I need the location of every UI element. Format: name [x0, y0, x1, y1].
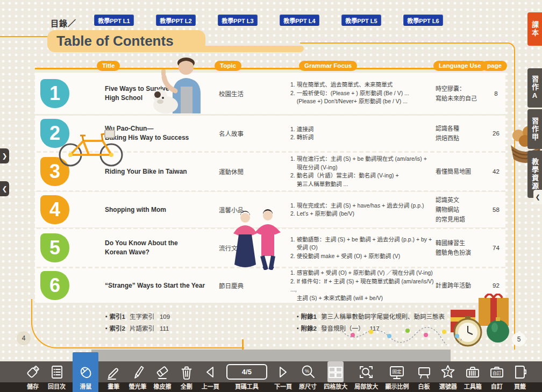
- toolbar-page-number-tool[interactable]: 4/5 頁碼工具: [226, 361, 267, 392]
- quad-zoom-icon: [327, 361, 344, 382]
- whiteboard-icon: [416, 361, 432, 382]
- lesson-title: Do You Know About the Korean Wave?: [105, 239, 212, 257]
- col-header-grammar: Grammar Focus: [299, 61, 357, 71]
- lesson-number-badge: 1: [40, 79, 69, 108]
- svg-text:%: %: [305, 368, 309, 373]
- toolbar-back-to-toc-button[interactable]: 回目次: [48, 361, 66, 392]
- lesson-title: Riding Your Bike in Taiwan: [105, 167, 212, 176]
- next-page-icon: [275, 361, 291, 382]
- photo-student-and-dog: [148, 53, 223, 113]
- card-outline-topleft: [0, 36, 48, 37]
- display-ratio-icon: 固定: [389, 361, 405, 382]
- page-indicator[interactable]: 4/5: [226, 364, 267, 380]
- toolbar-eraser-button[interactable]: 橡皮擦: [154, 361, 172, 392]
- flip-prev-button[interactable]: ❮: [0, 181, 9, 196]
- toc-label: 目錄／: [51, 17, 76, 28]
- toolbox-icon: [465, 361, 481, 382]
- lesson-grammar: 1. 被動語態：主詞 (S) + be 動詞 + 過去分詞 (p.p.) + b…: [290, 236, 436, 261]
- toolbar-whiteboard-button[interactable]: 白板: [416, 361, 432, 392]
- pen-icon: [105, 361, 122, 382]
- toolbar-toolbox-button[interactable]: 工具箱: [464, 361, 482, 392]
- toolbar-prev-page-button[interactable]: 上一頁: [202, 361, 219, 392]
- ppt-button-l5[interactable]: 教學PPT L5: [341, 15, 381, 26]
- page-number-box: 4/5: [226, 361, 267, 382]
- ppt-button-l6[interactable]: 教學PPT L6: [403, 15, 443, 26]
- lesson-title: Shopping with Mom: [105, 205, 212, 215]
- index-item-2: ・索引2片語索引111: [103, 323, 170, 334]
- lesson-language-use: 韓國練習生 體驗角色扮演: [436, 238, 487, 258]
- toolbar-highlighter-button[interactable]: 螢光筆: [129, 361, 146, 392]
- toc-banner-tail: [194, 46, 304, 52]
- toolbar: 儲存 回目次 滑鼠: [0, 361, 542, 392]
- zoom-original-icon: %: [300, 361, 316, 382]
- svg-text:7: 7: [446, 369, 450, 375]
- side-tab-workbook-jia[interactable]: 習作甲: [527, 109, 542, 149]
- toolbar-pen-button[interactable]: 畫筆: [105, 361, 122, 392]
- flip-next-button[interactable]: ❯: [0, 148, 9, 163]
- page-shadow-bar: [91, 350, 451, 362]
- string-lights-doodle: [338, 319, 464, 345]
- toc-title-banner: Table of Contents: [47, 30, 205, 52]
- lesson-number-badge: 5: [40, 233, 69, 262]
- col-header-page: page: [482, 61, 507, 71]
- lesson-grammar: 1. 現在簡單式、過去簡單式、未來簡單式 2. 一般祈使句：(Please + …: [290, 81, 436, 106]
- toolbar-page-tab-button[interactable]: 頁籤: [512, 361, 528, 392]
- toc-icon: [49, 361, 65, 382]
- photo-orange-bicycle: [55, 123, 128, 168]
- lesson-topic: 節日慶典: [212, 281, 266, 290]
- toolbar-save-button[interactable]: 儲存: [25, 361, 41, 392]
- col-header-title: Title: [97, 61, 120, 71]
- highlighter-icon: [130, 361, 146, 382]
- toolbar-display-ratio-button[interactable]: 固定 顯示比例: [385, 361, 409, 392]
- save-icon: [25, 361, 41, 382]
- ppt-button-l3[interactable]: 教學PPT L3: [218, 15, 258, 26]
- svg-text:固定: 固定: [393, 368, 402, 374]
- toolbar-area-zoom-button[interactable]: 局部放大: [354, 361, 378, 392]
- ppt-button-l2[interactable]: 教學PPT L2: [156, 15, 196, 26]
- lesson-grammar: 1. 現在完成式：主詞 (S) + have/has + 過去分詞 (p.p.)…: [290, 202, 436, 218]
- lesson-page: 92: [487, 282, 505, 289]
- lesson-language-use: 時空膠囊： 寫給未來的自己: [436, 84, 487, 103]
- eraser-icon: [154, 361, 170, 382]
- number-picker-icon: 7: [440, 361, 456, 382]
- collapse-tabs-button[interactable]: ❮: [533, 190, 542, 204]
- lesson-grammar: 1. 連接詞 2. 轉折詞: [290, 125, 436, 142]
- lesson-page: 8: [487, 90, 505, 97]
- lesson-page: 42: [487, 168, 505, 175]
- toolbar-number-picker-button[interactable]: 7 選號器: [439, 361, 457, 392]
- lesson-language-use: 計畫跨年活動: [436, 281, 487, 290]
- toolbar-original-size-button[interactable]: % 原尺寸: [299, 361, 317, 392]
- lesson-row-1[interactable]: 1 Five Ways to Survive High School 校園生活 …: [35, 73, 505, 114]
- lesson-topic: 運動休閒: [212, 167, 266, 176]
- toolbar-quad-zoom-button[interactable]: 四格放大: [324, 361, 347, 392]
- side-tab-workbook-a[interactable]: 習作A: [527, 68, 542, 108]
- index-item-1: ・索引1生字索引109: [103, 311, 170, 323]
- lesson-grammar: 1. 感官動詞 + 受詞 (O) + 原形動詞 (V) ／現在分詞 (V-ing…: [290, 269, 436, 302]
- lesson-page: 58: [487, 206, 505, 213]
- page-number-right: 5: [512, 332, 526, 346]
- lesson-number-badge: 6: [40, 271, 69, 300]
- page-title: Table of Contents: [56, 33, 174, 49]
- lesson-number-badge: 4: [40, 195, 69, 224]
- page-number-left: 4: [17, 331, 31, 345]
- ppt-button-l4[interactable]: 教學PPT L4: [280, 15, 319, 26]
- side-tab-textbook[interactable]: 課本: [527, 12, 542, 46]
- toolbar-delete-all-button[interactable]: 全刪: [179, 361, 195, 392]
- lesson-language-use: 認識英文 購物網站 的常見用語: [436, 195, 487, 224]
- mouse-icon: [77, 361, 94, 382]
- toolbar-custom-button[interactable]: 自訂 自訂: [489, 361, 505, 392]
- toolbar-mouse-button[interactable]: 滑鼠: [73, 352, 98, 392]
- ebook-reader-screen: 目錄／ 教學PPT L1 教學PPT L2 教學PPT L3 教學PPT L4 …: [0, 0, 542, 392]
- lesson-title: “Strange” Ways to Start the Year: [105, 281, 212, 290]
- ppt-button-l1[interactable]: 教學PPT L1: [94, 15, 134, 26]
- lesson-language-use: 認識各種 烘焙西點: [436, 124, 487, 143]
- lesson-page: 26: [487, 130, 505, 137]
- lesson-topic: 名人故事: [212, 129, 266, 138]
- lesson-row-6[interactable]: 6 “Strange” Ways to Start the Year 節日慶典 …: [35, 268, 505, 303]
- ppt-button-row: 教學PPT L1 教學PPT L2 教學PPT L3 教學PPT L4 教學PP…: [94, 15, 443, 26]
- lesson-page: 74: [487, 245, 505, 251]
- toolbar-next-page-button[interactable]: 下一頁: [274, 361, 292, 392]
- svg-text:自訂: 自訂: [493, 370, 501, 375]
- prev-page-icon: [202, 361, 218, 382]
- photo-hanbok-couple: [229, 209, 285, 270]
